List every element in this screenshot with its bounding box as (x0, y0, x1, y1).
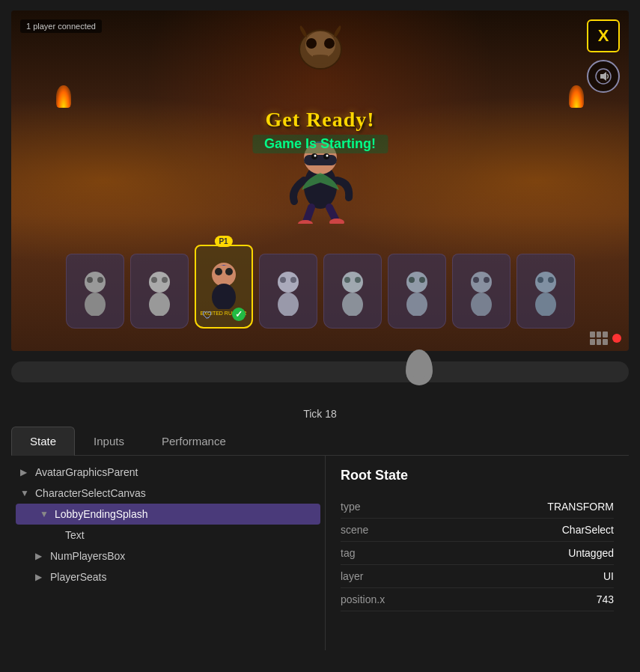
svg-point-10 (326, 155, 328, 157)
tab-inputs[interactable]: Inputs (75, 427, 143, 456)
svg-point-31 (344, 277, 350, 283)
tree-label-playerseats: PlayerSeats (50, 571, 106, 583)
recording-indicator (612, 334, 621, 343)
tree-item-player-seats[interactable]: ▶ PlayerSeats (11, 566, 325, 587)
svg-point-32 (355, 277, 361, 283)
skull-decoration (290, 25, 350, 81)
tree-label-lobby: LobbyEndingSplash (55, 508, 148, 520)
svg-point-33 (406, 272, 427, 293)
tree-arrow-lobby: ▼ (40, 509, 50, 519)
char-slot-6[interactable] (388, 254, 446, 329)
content-area: ▶ AvatarGraphicsParent ▼ CharacterSelect… (11, 456, 629, 650)
state-row-position-x: position.x 743 (341, 588, 614, 611)
state-key-scene: scene (341, 524, 368, 536)
get-ready-container: Get Ready! Game Is Starting! (252, 108, 388, 153)
svg-point-22 (212, 284, 236, 309)
svg-point-28 (290, 277, 296, 283)
shield-icon: 🛡 (202, 309, 213, 321)
svg-point-25 (278, 272, 299, 293)
timeline-track[interactable] (11, 361, 629, 382)
state-key-layer: layer (341, 570, 363, 582)
svg-point-20 (162, 277, 168, 283)
svg-point-18 (149, 293, 170, 316)
svg-marker-46 (600, 72, 606, 81)
tick-label: Tick 18 (0, 408, 640, 420)
torch-flame-right (569, 85, 584, 108)
state-key-position-x: position.x (341, 593, 385, 605)
tree-item-num-players-box[interactable]: ▶ NumPlayersBox (11, 546, 325, 566)
svg-point-40 (484, 277, 490, 283)
state-row-type: type TRANSFORM (341, 495, 614, 519)
state-panel: Root State type TRANSFORM scene CharSele… (326, 456, 629, 650)
state-value-scene: CharSelect (562, 524, 614, 536)
svg-point-43 (537, 277, 543, 283)
bottom-right-icons (590, 332, 621, 345)
svg-point-17 (149, 272, 170, 293)
tree-arrow-avatar: ▶ (20, 467, 31, 477)
tree-arrow-canvas: ▼ (20, 488, 31, 498)
tree-arrow-playerseats: ▶ (35, 572, 46, 582)
state-value-layer: UI (603, 570, 614, 582)
torch-flame-left (56, 85, 71, 108)
tab-state[interactable]: State (11, 427, 75, 456)
character-slots: P1 EXCITED RUSHER ✓ 🛡 (66, 245, 575, 329)
tree-label-avatar: AvatarGraphicsParent (35, 466, 138, 478)
slider-area (11, 351, 629, 403)
tree-label-canvas: CharacterSelectCanvas (35, 487, 146, 499)
game-starting-subtitle: Game Is Starting! (252, 135, 388, 153)
svg-point-27 (280, 277, 286, 283)
svg-point-36 (419, 277, 425, 283)
svg-point-41 (535, 272, 556, 293)
state-key-type: type (341, 501, 360, 513)
tree-label-text: Text (65, 529, 85, 541)
char-slot-7[interactable] (452, 254, 511, 329)
svg-point-9 (314, 155, 316, 157)
tree-item-text[interactable]: Text (11, 525, 325, 546)
tree-arrow-numplayers: ▶ (35, 551, 46, 561)
svg-point-3 (324, 38, 335, 49)
tree-item-character-select-canvas[interactable]: ▼ CharacterSelectCanvas (11, 483, 325, 504)
svg-point-16 (97, 277, 103, 283)
svg-point-29 (342, 272, 363, 293)
state-row-scene: scene CharSelect (341, 519, 614, 542)
char-slot-5[interactable] (323, 254, 382, 329)
svg-point-26 (278, 293, 299, 316)
torch-left (56, 85, 71, 130)
svg-point-38 (471, 293, 492, 316)
state-value-position-x: 743 (597, 593, 614, 605)
char-slot-1[interactable] (66, 254, 124, 329)
svg-point-14 (85, 293, 106, 316)
get-ready-title: Get Ready! (252, 108, 388, 132)
svg-point-39 (473, 277, 479, 283)
svg-point-44 (548, 277, 554, 283)
game-viewport: 1 player connected Get Ready! Game Is St… (11, 10, 629, 351)
tree-item-avatar-graphics-parent[interactable]: ▶ AvatarGraphicsParent (11, 462, 325, 483)
svg-point-11 (298, 220, 313, 224)
svg-point-42 (535, 293, 556, 316)
svg-point-13 (85, 272, 106, 293)
char-slot-4[interactable] (259, 254, 317, 329)
char-slot-3-selected[interactable]: P1 EXCITED RUSHER ✓ 🛡 (195, 245, 253, 329)
svg-point-34 (406, 293, 427, 316)
svg-point-30 (342, 293, 363, 316)
tree-label-numplayers: NumPlayersBox (50, 550, 125, 562)
svg-point-35 (409, 277, 415, 283)
close-x-button[interactable]: X (587, 19, 620, 52)
state-key-tag: tag (341, 547, 355, 559)
audio-button[interactable] (587, 60, 620, 93)
state-row-tag: tag Untagged (341, 542, 614, 565)
grid-icon[interactable] (590, 332, 608, 345)
tree-item-lobby-ending-splash[interactable]: ▼ LobbyEndingSplash (16, 504, 320, 525)
tab-performance[interactable]: Performance (143, 427, 245, 456)
char-slot-2[interactable] (130, 254, 189, 329)
tabs-container: State Inputs Performance (11, 420, 629, 456)
tree-panel: ▶ AvatarGraphicsParent ▼ CharacterSelect… (11, 456, 326, 650)
state-value-tag: Untagged (568, 547, 614, 559)
char-slot-8[interactable] (516, 254, 575, 329)
svg-rect-6 (304, 155, 337, 165)
svg-point-47 (407, 351, 431, 378)
svg-point-23 (215, 268, 222, 275)
svg-point-37 (471, 272, 492, 293)
svg-point-15 (87, 277, 93, 283)
timeline-thumb[interactable] (406, 349, 433, 385)
